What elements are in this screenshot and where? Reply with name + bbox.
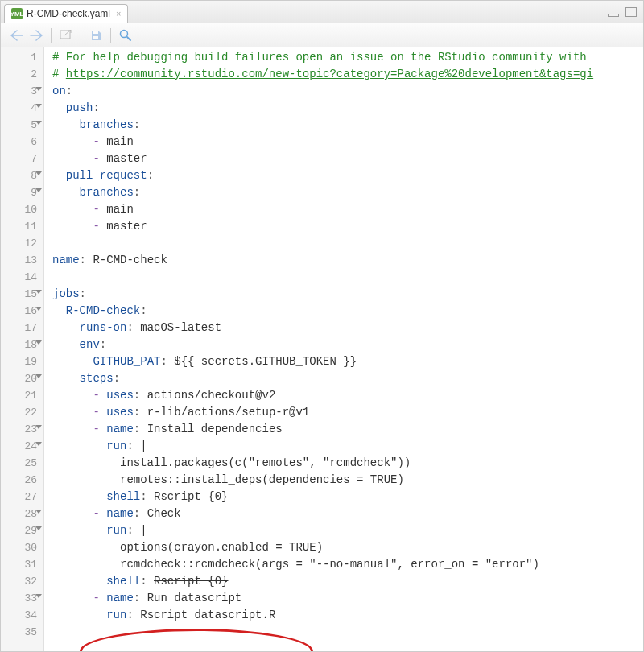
yaml-file-icon: YML — [11, 8, 23, 19]
line-number: 12 — [1, 235, 37, 252]
svg-point-3 — [121, 30, 128, 37]
code-line[interactable]: - main — [52, 201, 643, 218]
code-line[interactable]: runs-on: macOS-latest — [52, 320, 643, 336]
show-in-new-window-icon[interactable] — [58, 27, 74, 43]
line-number: 3 — [1, 83, 37, 100]
code-line[interactable]: steps: — [52, 370, 643, 387]
fold-arrow-icon[interactable] — [35, 171, 42, 175]
line-number: 8 — [1, 167, 37, 184]
fold-arrow-icon[interactable] — [35, 526, 42, 530]
code-editor[interactable]: 1234567891011121314151617181920212223242… — [1, 47, 643, 651]
line-number: 1 — [1, 49, 37, 66]
code-line[interactable]: # https://community.rstudio.com/new-topi… — [52, 66, 643, 83]
line-number: 34 — [1, 607, 37, 624]
tab-filename: R-CMD-check.yaml — [27, 8, 110, 19]
back-icon[interactable] — [9, 27, 25, 43]
svg-rect-2 — [93, 36, 98, 39]
fold-arrow-icon[interactable] — [35, 104, 42, 108]
code-line[interactable]: GITHUB_PAT: ${{ secrets.GITHUB_TOKEN }} — [52, 353, 643, 370]
code-line[interactable]: env: — [52, 336, 643, 353]
code-line[interactable] — [52, 235, 643, 252]
code-line[interactable]: run: Rscript datascript.R — [52, 607, 643, 624]
close-icon[interactable]: × — [116, 9, 121, 19]
line-number: 11 — [1, 218, 37, 235]
code-line[interactable]: - name: Check — [52, 506, 643, 522]
code-line[interactable]: branches: — [52, 117, 643, 134]
code-line[interactable]: push: — [52, 100, 643, 117]
code-line[interactable] — [52, 269, 643, 286]
code-line[interactable]: branches: — [52, 184, 643, 201]
code-line[interactable]: - main — [52, 134, 643, 151]
fold-arrow-icon[interactable] — [35, 442, 42, 446]
line-number: 35 — [1, 624, 37, 641]
code-line[interactable]: remotes::install_deps(dependencies = TRU… — [52, 472, 643, 489]
fold-arrow-icon[interactable] — [35, 510, 42, 514]
code-line[interactable]: name: R-CMD-check — [52, 252, 643, 269]
line-number: 18 — [1, 336, 37, 353]
code-line[interactable]: on: — [52, 83, 643, 100]
code-line[interactable]: - uses: actions/checkout@v2 — [52, 387, 643, 404]
line-number: 31 — [1, 556, 37, 573]
toolbar-separator — [110, 28, 111, 43]
code-line[interactable]: R-CMD-check: — [52, 303, 643, 320]
editor-toolbar — [1, 23, 643, 47]
line-number: 24 — [1, 438, 37, 455]
line-number: 20 — [1, 370, 37, 387]
code-line[interactable]: - name: Run datascript — [52, 590, 643, 607]
maximize-button[interactable] — [625, 7, 637, 17]
line-number: 25 — [1, 455, 37, 472]
line-number: 5 — [1, 117, 37, 134]
code-line[interactable]: - uses: r-lib/actions/setup-r@v1 — [52, 404, 643, 421]
line-number: 29 — [1, 522, 37, 539]
line-number: 19 — [1, 353, 37, 370]
code-line[interactable]: shell: Rscript {0} — [52, 489, 643, 506]
code-line[interactable]: install.packages(c("remotes", "rcmdcheck… — [52, 455, 643, 472]
minimize-button[interactable] — [608, 14, 619, 17]
fold-arrow-icon[interactable] — [35, 87, 42, 91]
line-number: 10 — [1, 201, 37, 218]
line-number: 15 — [1, 286, 37, 303]
fold-arrow-icon[interactable] — [35, 594, 42, 598]
line-number: 9 — [1, 184, 37, 201]
line-number: 4 — [1, 100, 37, 117]
fold-arrow-icon[interactable] — [35, 374, 42, 378]
line-number: 30 — [1, 539, 37, 556]
code-line[interactable]: - master — [52, 151, 643, 167]
tab-bar: YML R-CMD-check.yaml × — [1, 1, 643, 23]
code-line[interactable]: pull_request: — [52, 167, 643, 184]
code-line[interactable]: options(crayon.enabled = TRUE) — [52, 539, 643, 556]
code-line[interactable] — [52, 624, 643, 641]
code-line[interactable]: run: | — [52, 522, 643, 539]
line-number: 16 — [1, 303, 37, 320]
fold-arrow-icon[interactable] — [35, 121, 42, 125]
code-line[interactable]: jobs: — [52, 286, 643, 303]
save-icon[interactable] — [88, 27, 104, 43]
code-line[interactable]: - name: Install dependencies — [52, 421, 643, 438]
line-number: 28 — [1, 506, 37, 522]
code-line[interactable]: # For help debugging build failures open… — [52, 49, 643, 66]
line-number: 33 — [1, 590, 37, 607]
file-tab[interactable]: YML R-CMD-check.yaml × — [4, 4, 128, 23]
line-number: 2 — [1, 66, 37, 83]
fold-arrow-icon[interactable] — [35, 188, 42, 192]
line-number: 17 — [1, 320, 37, 336]
code-line[interactable]: - master — [52, 218, 643, 235]
find-icon[interactable] — [118, 27, 134, 43]
line-number: 6 — [1, 134, 37, 151]
forward-icon[interactable] — [28, 27, 44, 43]
fold-arrow-icon[interactable] — [35, 290, 42, 294]
svg-rect-1 — [93, 31, 98, 34]
code-line[interactable]: rcmdcheck::rcmdcheck(args = "--no-manual… — [52, 556, 643, 573]
code-area[interactable]: # For help debugging build failures open… — [44, 47, 643, 651]
line-number: 14 — [1, 269, 37, 286]
code-line[interactable]: run: | — [52, 438, 643, 455]
line-number: 7 — [1, 151, 37, 167]
line-number: 26 — [1, 472, 37, 489]
fold-arrow-icon[interactable] — [35, 340, 42, 345]
line-number: 21 — [1, 387, 37, 404]
fold-arrow-icon[interactable] — [35, 425, 42, 429]
line-number: 22 — [1, 404, 37, 421]
fold-arrow-icon[interactable] — [35, 307, 42, 311]
code-line[interactable]: shell: Rscript {0} — [52, 573, 643, 590]
window-controls — [608, 7, 637, 17]
